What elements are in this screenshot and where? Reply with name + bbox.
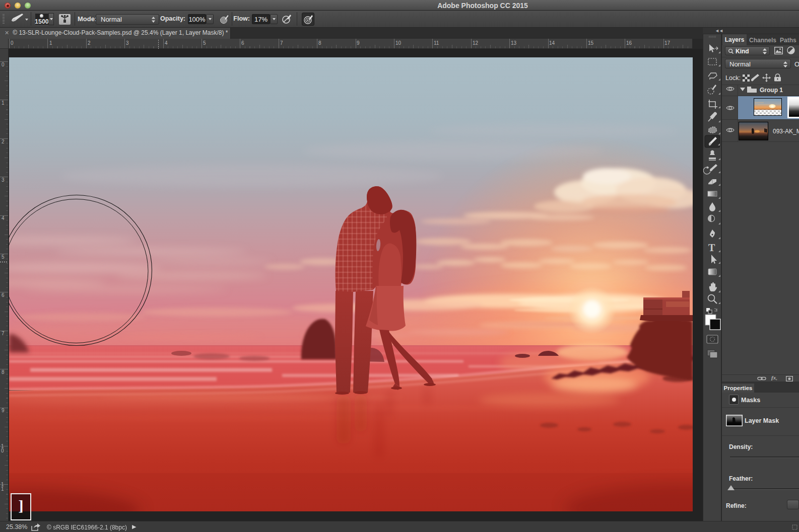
svg-text:T: T bbox=[708, 242, 715, 253]
